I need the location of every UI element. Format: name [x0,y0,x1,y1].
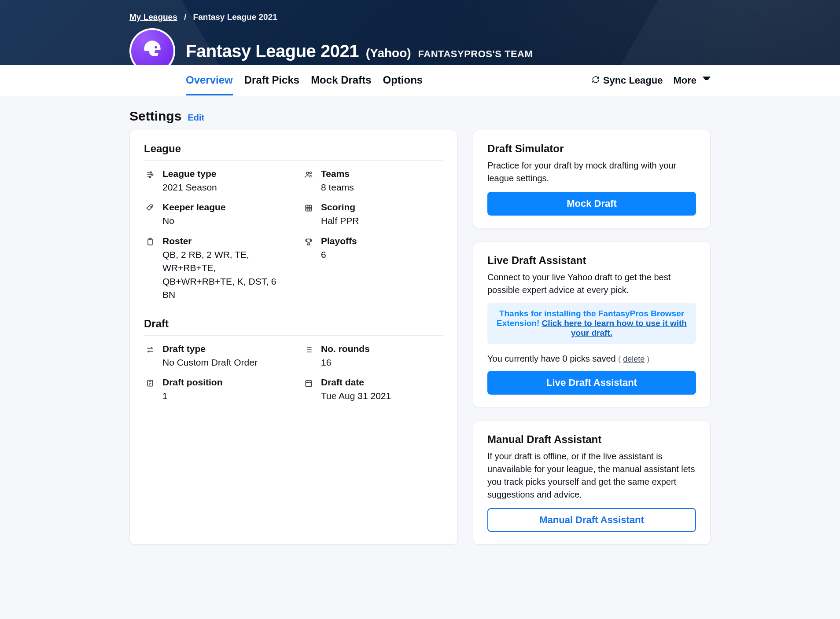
tab-options[interactable]: Options [383,66,423,95]
setting-value: Half PPR [321,214,359,227]
picks-prefix: You currently have [487,354,562,363]
settings-section-league-title: League [144,143,443,161]
setting-playoffs: Playoffs 6 [302,236,443,302]
card-manual-draft-assistant: Manual Draft Assistant If your draft is … [473,421,711,545]
more-label: More [673,75,696,86]
card-desc: Connect to your live Yahoo draft to get … [487,271,696,297]
edit-settings-link[interactable]: Edit [188,113,204,123]
clipboard-icon [144,236,156,302]
card-title: Manual Draft Assistant [487,433,696,446]
tag-icon [144,202,156,227]
setting-value: No Custom Draft Order [162,356,258,369]
card-desc: If your draft is offline, or if the live… [487,450,696,501]
setting-value: Tue Aug 31 2021 [321,389,391,403]
settings-card: League League type 2021 Season Teams [129,130,458,545]
trophy-icon [302,236,315,302]
svg-point-1 [150,172,151,173]
league-title: Fantasy League 2021 [186,41,359,61]
svg-point-3 [149,176,151,177]
main-content: Settings Edit League League type 2021 Se… [112,109,728,545]
right-column: Draft Simulator Practice for your draft … [473,130,711,545]
setting-value: QB, 2 RB, 2 WR, TE, WR+RB+TE, QB+WR+RB+T… [162,248,277,302]
picks-suffix: picks saved [570,354,618,363]
svg-point-4 [306,172,309,174]
setting-value: 2021 Season [162,181,217,194]
svg-point-6 [151,207,152,208]
setting-value: 6 [321,248,357,261]
setting-draft-type: Draft type No Custom Draft Order [144,344,285,369]
picks-count: 0 [562,354,567,363]
mock-draft-button[interactable]: Mock Draft [487,192,696,216]
extension-howto-link[interactable]: Click here to learn how to use it with y… [542,319,687,337]
setting-draft-position: Draft position 1 [144,377,285,403]
settings-section-draft-title: Draft [144,318,443,336]
tab-draft-picks[interactable]: Draft Picks [244,66,299,95]
setting-label: No. rounds [321,344,370,354]
list-icon [302,344,315,369]
setting-label: Roster [162,236,277,246]
helmet-icon [140,37,165,66]
svg-rect-7 [306,205,311,211]
team-name: FANTASYPROS'S TEAM [418,48,533,60]
more-menu[interactable]: More [673,75,711,86]
refresh-icon [592,75,600,86]
setting-teams: Teams 8 teams [302,168,443,194]
setting-label: Draft type [162,344,258,354]
breadcrumbs: My Leagues / Fantasy League 2021 [129,12,711,22]
sync-league-button[interactable]: Sync League [592,75,663,86]
card-draft-simulator: Draft Simulator Practice for your draft … [473,130,711,228]
setting-label: Draft position [162,377,223,388]
position-icon [144,377,156,403]
setting-value: 16 [321,356,370,369]
breadcrumb-separator: / [180,12,191,22]
card-desc: Practice for your draft by mock drafting… [487,159,696,185]
settings-title: Settings [129,109,181,124]
svg-point-2 [151,174,153,175]
picks-line: You currently have 0 picks saved ( delet… [487,354,696,364]
setting-label: Scoring [321,202,359,212]
setting-keeper: Keeper league No [144,202,285,227]
live-draft-assistant-button[interactable]: Live Draft Assistant [487,371,696,395]
sliders-icon [144,168,156,194]
setting-rounds: No. rounds 16 [302,344,443,369]
tabs: Overview Draft Picks Mock Drafts Options [186,66,423,95]
setting-label: Playoffs [321,236,357,246]
calendar-icon [302,377,315,403]
svg-point-5 [309,172,311,174]
setting-roster: Roster QB, 2 RB, 2 WR, TE, WR+RB+TE, QB+… [144,236,285,302]
card-title: Draft Simulator [487,143,696,155]
svg-rect-11 [306,381,311,386]
manual-draft-assistant-button[interactable]: Manual Draft Assistant [487,508,696,532]
setting-value: 1 [162,389,223,403]
breadcrumb-current: Fantasy League 2021 [193,12,277,22]
settings-league-grid: League type 2021 Season Teams 8 teams [144,168,443,302]
setting-label: Teams [321,168,354,179]
sync-league-label: Sync League [603,75,663,86]
delete-picks-link[interactable]: delete [623,355,645,363]
tab-mock-drafts[interactable]: Mock Drafts [311,66,371,95]
setting-label: League type [162,168,217,179]
card-title: Live Draft Assistant [487,254,696,267]
settings-header: Settings Edit [129,109,711,124]
breadcrumb-root-link[interactable]: My Leagues [129,12,177,22]
settings-section-draft: Draft Draft type No Custom Draft Order N… [144,318,443,403]
extension-callout: Thanks for installing the FantasyPros Br… [487,303,696,344]
card-live-draft-assistant: Live Draft Assistant Connect to your liv… [473,242,711,407]
setting-value: No [162,214,226,227]
hero-header: My Leagues / Fantasy League 2021 Fantasy… [0,0,840,65]
users-icon [302,168,315,194]
settings-section-league: League League type 2021 Season Teams [144,143,443,302]
setting-league-type: League type 2021 Season [144,168,285,194]
chevron-down-icon [703,77,711,84]
setting-scoring: Scoring Half PPR [302,202,443,227]
swap-icon [144,344,156,369]
tabbar: Overview Draft Picks Mock Drafts Options… [0,65,840,96]
settings-draft-grid: Draft type No Custom Draft Order No. rou… [144,344,443,403]
setting-label: Draft date [321,377,391,388]
svg-point-0 [155,46,157,49]
tab-overview[interactable]: Overview [186,66,233,95]
setting-value: 8 teams [321,181,354,194]
setting-draft-date: Draft date Tue Aug 31 2021 [302,377,443,403]
setting-label: Keeper league [162,202,226,212]
grid-icon [302,202,315,227]
